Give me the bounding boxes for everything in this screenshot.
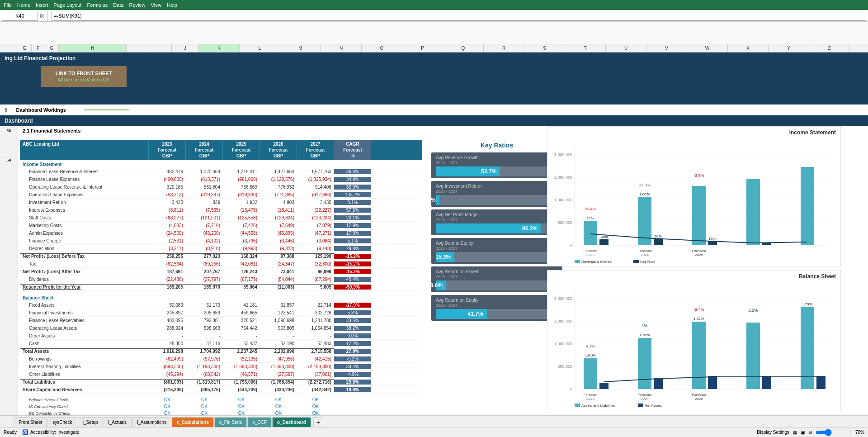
tab-o-dcf[interactable]: o_DCF <box>247 417 272 427</box>
row-v2026: 778,932 <box>260 185 297 190</box>
menu-review[interactable]: Review <box>129 2 145 8</box>
dashboard-workings-label: Dashboard Workings <box>16 107 66 113</box>
row-v2023: (3,611) <box>149 208 186 213</box>
col-l: L <box>240 44 280 52</box>
formula-bar: fx =-SUM(K91) <box>0 10 868 22</box>
kr-bar-bg: 41.7% <box>436 309 558 319</box>
svg-text:2024: 2024 <box>641 397 649 401</box>
view-normal-icon[interactable]: ▦ <box>793 430 797 435</box>
tab-i-assumptions[interactable]: i_Assumptions <box>132 417 171 427</box>
row-v2023: (801,093) <box>149 379 186 385</box>
row-cagr: -15.2% <box>334 254 371 259</box>
rn-59: 59 <box>0 158 18 165</box>
front-sheet-line2: All file checks & alerts OK <box>58 77 109 82</box>
is-chart-title: Income Statement <box>547 127 840 137</box>
row-v2023: 245,897 <box>149 310 186 315</box>
table-row: Tax (62,564) (69,256) (42,081) (24,347) … <box>20 260 422 268</box>
cell-reference-box[interactable] <box>2 11 38 21</box>
svg-text:-3.5%: -3.5% <box>693 173 704 178</box>
table-row: Total Liabilities (801,093) (1,319,817) … <box>20 378 422 386</box>
row-v2027: 1,054,854 <box>297 326 334 331</box>
row-cagr: 103.7% <box>334 192 371 197</box>
tab-i-setup[interactable]: i_Setup <box>78 417 103 427</box>
tab-c-calculations[interactable]: c_Calculations <box>172 417 214 427</box>
row-label: Borrowings <box>20 356 149 361</box>
menu-formulas[interactable]: Formulas <box>87 2 108 8</box>
row-v2025: (9,993) <box>223 246 260 251</box>
row-cagr: 17.2% <box>334 341 371 346</box>
formula-fx-icon: fx <box>40 13 44 19</box>
row-v2023: (63,977) <box>149 215 186 220</box>
column-headers: E F G H I J K L M N O P Q R S T U V W X … <box>0 44 868 52</box>
col-h: H <box>59 44 127 52</box>
row-v2026: 4,803 <box>260 200 297 205</box>
row-v2024: 51,173 <box>186 303 223 308</box>
legend-revenue <box>575 260 580 263</box>
row-label: Finance Lease Receivables <box>20 318 149 323</box>
check-ok-val: OK <box>260 397 297 402</box>
bar-2025-revenue <box>692 186 706 245</box>
table-header: ABC Leasing Ltd 2023 Forecast GBP 2024 F… <box>20 140 422 160</box>
row-v2025: (125,558) <box>223 215 260 220</box>
row-v2024: (7,210) <box>186 223 223 228</box>
row-cagr: 33.5% <box>334 318 371 323</box>
row-v2025: 1,932 <box>223 200 260 205</box>
check-row: IS Consistency Check OKOKOKOKOK <box>20 403 422 410</box>
kr-bar-bg: 8.6% <box>436 280 558 290</box>
col-o: O <box>362 44 402 52</box>
menu-data[interactable]: Data <box>113 2 123 8</box>
tab-syscheck[interactable]: sysCheck <box>47 417 77 427</box>
row-v2027: (9,143) <box>297 246 334 251</box>
row-v2025: (42,081) <box>223 261 260 266</box>
svg-text:1,320k: 1,320k <box>693 317 705 321</box>
table-row: Operating Lease Expenses (53,313) (319,3… <box>20 191 422 199</box>
kr-bar-fill: 15.3% <box>436 252 454 262</box>
menu-page-layout[interactable]: Page Layout <box>54 2 82 8</box>
row-v2025: 736,669 <box>223 185 260 190</box>
bs-bar-2025-net <box>708 376 717 389</box>
spreadsheet-app: File Home Insert Page Layout Formulas Da… <box>0 0 868 437</box>
menu-home[interactable]: Home <box>17 2 30 8</box>
table-row: Financial Investments 245,897 205,659 45… <box>20 309 422 317</box>
view-page-break-icon[interactable]: ⊟ <box>808 430 812 435</box>
row-v2026: 1,427,663 <box>260 169 297 174</box>
row-label: Other Liabilities <box>20 372 149 377</box>
tab-front-sheet[interactable]: Front Sheet <box>14 417 47 427</box>
th-company: ABC Leasing Ltd <box>20 140 149 160</box>
new-sheet-button[interactable]: + <box>313 417 323 427</box>
check-label: IS Consistency Check <box>20 404 149 409</box>
tab-i-actuals[interactable]: i_Actuals <box>104 417 132 427</box>
row-label: Operating Lease Expenses <box>20 192 149 197</box>
menu-insert[interactable]: Insert <box>36 2 48 8</box>
svg-text:1%: 1% <box>642 323 647 328</box>
row-cagr: -15.2% <box>334 261 371 266</box>
menu-file[interactable]: File <box>4 2 12 8</box>
zoom-slider[interactable] <box>816 429 852 436</box>
row-v2027: 129,199 <box>297 253 334 259</box>
tab-o-dashboard[interactable]: o_Dashboard <box>272 417 311 427</box>
kr-bar-value: 8.6% <box>430 282 443 289</box>
kr-card-subtitle: 2023 - 2027 <box>436 218 558 222</box>
bs-bar-2026-net <box>762 376 771 389</box>
row-v2025: (52,135) <box>223 356 260 361</box>
row-v2027: 53,483 <box>297 341 334 346</box>
kr-bar-value: 41.7% <box>468 311 483 317</box>
table-row: Interest-Bearing Liabilities (693,300) (… <box>20 363 422 370</box>
check-ok-val: OK <box>223 404 260 409</box>
tab-o-fin-stats[interactable]: o_Fin Stats <box>214 417 247 427</box>
row-v2023: 482,479 <box>149 169 186 174</box>
bs-bar-2024-net <box>654 378 663 389</box>
col-r: R <box>484 44 524 52</box>
bs-legend-assets-label: Assets and Liabilities <box>581 404 615 407</box>
row-v2025: 168,324 <box>223 253 260 259</box>
col-w: W <box>687 44 728 52</box>
row-v2024: (68,542) <box>186 372 223 377</box>
bs-section-title: Balance Sheet <box>20 293 422 301</box>
menu-help[interactable]: Help <box>167 2 177 8</box>
menu-view[interactable]: View <box>151 2 162 8</box>
front-sheet-button[interactable]: LINK TO FRONT SHEET All file checks & al… <box>41 66 127 87</box>
row-v2023: (24,500) <box>149 231 186 236</box>
kr-bar-value: 52.7% <box>481 168 496 175</box>
view-layout-icon[interactable]: ▣ <box>801 430 805 435</box>
key-ratio-card: Avg Return on Assets 2023 - 2027 8.6% <box>431 266 562 292</box>
